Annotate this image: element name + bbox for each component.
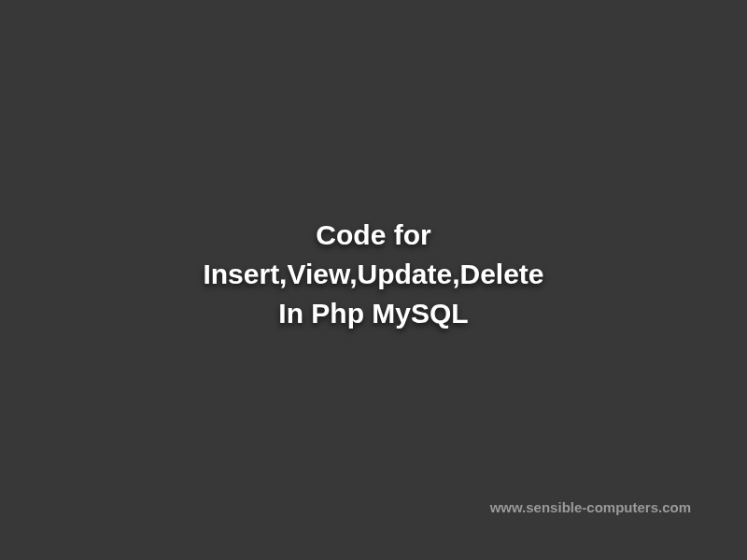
title-line-2: Insert,View,Update,Delete [0, 255, 747, 294]
title-line-3: In Php MySQL [0, 294, 747, 333]
watermark-text: www.sensible-computers.com [490, 499, 691, 515]
title-line-1: Code for [0, 216, 747, 255]
main-title: Code for Insert,View,Update,Delete In Ph… [0, 216, 747, 333]
